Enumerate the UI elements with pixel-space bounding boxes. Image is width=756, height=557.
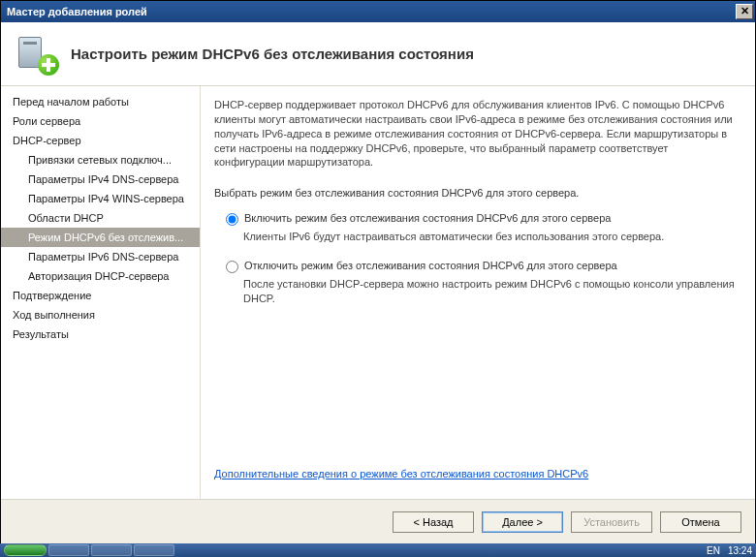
prompt-text: Выбрать режим без отслеживания состояния… xyxy=(214,187,738,199)
wizard-body: Перед началом работыРоли сервераDHCP-сер… xyxy=(1,86,755,499)
help-link[interactable]: Дополнительные сведения о режиме без отс… xyxy=(214,468,588,480)
radio-disable-sub: После установки DHCP-сервера можно настр… xyxy=(243,277,738,306)
nav-item[interactable]: DHCP-сервер xyxy=(1,131,200,150)
titlebar: Мастер добавления ролей ✕ xyxy=(1,1,755,22)
taskbar-tray: EN 13:24 xyxy=(707,545,752,556)
radio-disable-label[interactable]: Отключить режим без отслеживания состоян… xyxy=(244,260,617,271)
radio-disable[interactable] xyxy=(226,261,238,273)
wizard-window: Мастер добавления ролей ✕ Настроить режи… xyxy=(0,0,756,544)
close-button[interactable]: ✕ xyxy=(736,4,753,19)
radio-enable-sub: Клиенты IPv6 будут настраиваться автомат… xyxy=(243,230,738,244)
wizard-header: Настроить режим DHCPv6 без отслеживания … xyxy=(1,22,755,86)
nav-item[interactable]: Параметры IPv4 WINS-сервера xyxy=(1,189,200,208)
wizard-footer: < Назад Далее > Установить Отмена xyxy=(1,499,755,543)
window-title: Мастер добавления ролей xyxy=(7,6,147,17)
next-button[interactable]: Далее > xyxy=(482,511,563,533)
start-button[interactable] xyxy=(4,544,47,556)
taskbar-app-3[interactable] xyxy=(134,544,174,556)
install-button[interactable]: Установить xyxy=(571,511,652,533)
nav-item[interactable]: Подтверждение xyxy=(1,286,200,305)
nav-item[interactable]: Ход выполнения xyxy=(1,305,200,325)
server-add-icon xyxy=(18,35,57,74)
radio-enable[interactable] xyxy=(226,213,238,226)
nav-item[interactable]: Перед началом работы xyxy=(1,92,200,111)
nav-item[interactable]: Привязки сетевых подключ... xyxy=(1,150,200,170)
nav-item[interactable]: Роли сервера xyxy=(1,111,200,131)
taskbar-app-1[interactable] xyxy=(48,544,89,556)
nav-item[interactable]: Режим DHCPv6 без отслежив... xyxy=(1,228,200,247)
nav-item[interactable]: Параметры IPv4 DNS-сервера xyxy=(1,170,200,189)
wizard-nav: Перед началом работыРоли сервераDHCP-сер… xyxy=(1,86,201,499)
cancel-button[interactable]: Отмена xyxy=(660,511,741,533)
option-enable[interactable]: Включить режим без отслеживания состояни… xyxy=(226,212,738,226)
nav-item[interactable]: Области DHCP xyxy=(1,208,200,228)
wizard-content: DHCP-сервер поддерживает протокол DHCPv6… xyxy=(201,86,755,499)
taskbar-left xyxy=(4,544,174,556)
back-button[interactable]: < Назад xyxy=(393,511,474,533)
description-text: DHCP-сервер поддерживает протокол DHCPv6… xyxy=(214,98,738,170)
nav-item[interactable]: Результаты xyxy=(1,325,200,344)
taskbar-app-2[interactable] xyxy=(91,544,132,556)
page-heading: Настроить режим DHCPv6 без отслеживания … xyxy=(71,46,474,62)
lang-indicator[interactable]: EN xyxy=(707,545,720,556)
radio-enable-label[interactable]: Включить режим без отслеживания состояни… xyxy=(244,212,611,224)
taskbar[interactable]: EN 13:24 xyxy=(0,543,756,557)
clock[interactable]: 13:24 xyxy=(728,545,752,556)
nav-item[interactable]: Параметры IPv6 DNS-сервера xyxy=(1,247,200,266)
option-disable[interactable]: Отключить режим без отслеживания состоян… xyxy=(226,260,738,273)
nav-item[interactable]: Авторизация DHCP-сервера xyxy=(1,266,200,286)
